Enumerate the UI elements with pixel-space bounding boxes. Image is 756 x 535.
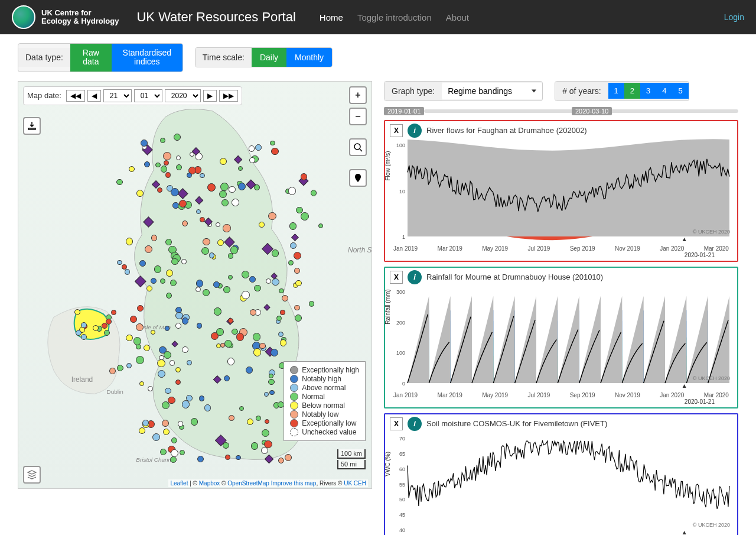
station-circle-marker[interactable] [288,260,294,265]
station-circle-marker[interactable] [225,455,230,459]
station-circle-marker[interactable] [253,333,260,341]
station-circle-marker[interactable] [249,276,256,283]
station-circle-marker[interactable] [151,278,157,284]
station-circle-marker[interactable] [264,440,272,448]
station-circle-marker[interactable] [309,301,314,306]
year-2-button[interactable]: 2 [624,83,640,99]
station-circle-marker[interactable] [301,212,309,221]
station-circle-marker[interactable] [163,429,170,435]
station-circle-marker[interactable] [204,404,211,411]
station-circle-marker[interactable] [200,173,205,179]
station-circle-marker[interactable] [217,239,224,246]
station-circle-marker[interactable] [278,458,284,463]
osm-link[interactable]: OpenStreetMap [227,480,269,487]
station-circle-marker[interactable] [271,349,278,356]
date-year-select[interactable]: 2020 [165,89,201,102]
station-circle-marker[interactable] [116,179,122,185]
station-circle-marker[interactable] [159,346,167,354]
station-circle-marker[interactable] [160,449,167,455]
station-circle-marker[interactable] [145,245,152,253]
station-circle-marker[interactable] [272,249,279,257]
station-circle-marker[interactable] [181,259,186,264]
brand-logo[interactable]: UK Centre for Ecology & Hydrology [12,5,119,29]
station-circle-marker[interactable] [166,270,173,277]
chart-close-button[interactable]: X [390,271,403,284]
station-circle-marker[interactable] [163,152,171,160]
station-circle-marker[interactable] [170,280,177,286]
station-circle-marker[interactable] [136,356,144,364]
station-circle-marker[interactable] [259,222,265,228]
leaflet-link[interactable]: Leaflet [170,480,188,487]
station-circle-marker[interactable] [175,367,181,372]
date-slider[interactable]: 2019-01-01 2020-03-10 [384,106,738,116]
station-circle-marker[interactable] [139,260,146,267]
date-month-select[interactable]: 01 [134,89,162,102]
station-circle-marker[interactable] [271,148,279,155]
date-rewind-button[interactable]: ◀ [87,90,101,102]
station-circle-marker[interactable] [228,318,233,323]
station-circle-marker[interactable] [250,309,256,316]
station-circle-marker[interactable] [197,456,204,462]
year-1-button[interactable]: 1 [608,83,624,99]
station-circle-marker[interactable] [249,157,255,163]
station-circle-marker[interactable] [151,235,157,241]
year-3-button[interactable]: 3 [640,83,656,99]
station-circle-marker[interactable] [301,173,307,180]
station-circle-marker[interactable] [246,367,253,374]
year-5-button[interactable]: 5 [672,83,688,99]
station-circle-marker[interactable] [126,363,132,368]
date-rewind-fast-button[interactable]: ◀◀ [66,90,85,102]
daily-button[interactable]: Daily [252,48,286,67]
station-circle-marker[interactable] [254,184,260,190]
station-circle-marker[interactable] [161,166,168,173]
chart-close-button[interactable]: X [390,124,403,137]
station-circle-marker[interactable] [141,140,148,147]
station-circle-marker[interactable] [182,400,190,408]
station-circle-marker[interactable] [207,183,216,192]
station-circle-marker[interactable] [295,314,302,322]
station-circle-marker[interactable] [269,390,275,395]
station-circle-marker[interactable] [203,238,210,245]
nav-home[interactable]: Home [320,12,343,22]
station-circle-marker[interactable] [182,317,188,324]
standardised-indices-button[interactable]: Standardised indices [112,44,183,72]
station-circle-marker[interactable] [213,281,220,288]
station-circle-marker[interactable] [223,286,230,293]
date-forward-fast-button[interactable]: ▶▶ [219,90,238,102]
station-circle-marker[interactable] [242,291,250,299]
station-circle-marker[interactable] [224,340,232,348]
station-circle-marker[interactable] [76,330,82,336]
chart-info-button[interactable]: i [408,270,422,284]
login-link[interactable]: Login [724,12,744,22]
station-circle-marker[interactable] [311,190,317,196]
station-circle-marker[interactable] [280,339,287,346]
station-circle-marker[interactable] [111,310,116,315]
station-circle-marker[interactable] [280,310,285,314]
station-circle-marker[interactable] [133,337,141,345]
nav-toggle-intro[interactable]: Toggle introduction [357,12,432,22]
chart-info-button[interactable]: i [408,124,422,138]
station-circle-marker[interactable] [182,346,188,353]
station-circle-marker[interactable] [214,307,221,315]
mapbox-link[interactable]: Mapbox [199,480,220,487]
nav-about[interactable]: About [446,12,469,22]
station-circle-marker[interactable] [266,278,271,284]
station-circle-marker[interactable] [224,375,230,381]
locate-button[interactable] [349,169,367,187]
station-circle-marker[interactable] [170,360,175,366]
station-circle-marker[interactable] [232,199,239,206]
year-4-button[interactable]: 4 [656,83,672,99]
station-circle-marker[interactable] [197,323,203,329]
station-circle-marker[interactable] [171,188,179,196]
station-circle-marker[interactable] [230,246,238,254]
date-start-tag[interactable]: 2019-01-01 [384,107,424,115]
station-circle-marker[interactable] [74,309,80,315]
station-circle-marker[interactable] [146,286,152,291]
station-circle-marker[interactable] [220,183,229,191]
raw-data-button[interactable]: Raw data [70,44,112,72]
station-circle-marker[interactable] [294,305,300,311]
station-circle-marker[interactable] [104,330,110,336]
zoom-in-button[interactable]: + [349,86,367,104]
station-circle-marker[interactable] [191,418,198,425]
chart-body[interactable]: Flow (m³/s)100101© UKCEH 2020 [390,139,732,245]
